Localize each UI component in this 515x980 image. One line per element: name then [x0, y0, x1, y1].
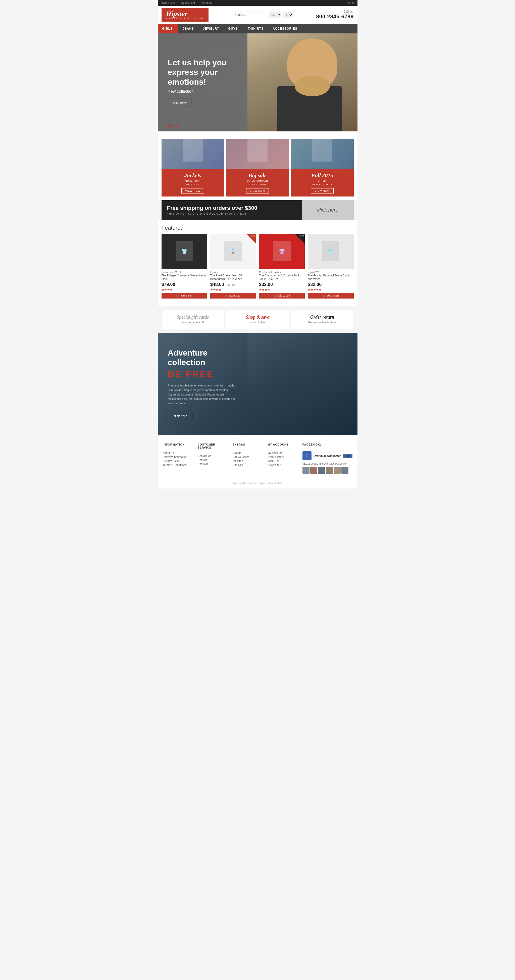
product-info-3: Crooks and Castles The Champagne & Cocai…	[259, 269, 305, 301]
footer-col-information: INFORMATION About Us Delivery Informatio…	[163, 443, 193, 474]
footer-col-myaccount: MY ACCOUNT My Account Order History Wish…	[267, 443, 297, 474]
footer-link-delivery[interactable]: Delivery Information	[163, 455, 193, 458]
top-bar: Wish List 0 | My Account | Checkout 🛒 0	[158, 0, 358, 6]
nav-item-tshirts[interactable]: T-SHIRTS	[243, 24, 268, 33]
info-card-return: Order return Returns within 14 days	[291, 309, 354, 329]
wishlist-link[interactable]: Wish List 0	[162, 2, 175, 5]
product-name-3: The Champagne & Cocaine Tank Top in True…	[259, 274, 305, 281]
phone-number: 800-2345-6789	[316, 13, 353, 20]
facebook-page-name: EveryplaceAMonster	[313, 454, 341, 457]
logo-title: Hipster	[166, 10, 204, 18]
facebook-avatar-2	[310, 467, 317, 474]
add-to-cart-button-2[interactable]: 🛒 add to cart	[210, 293, 256, 299]
header-phone: Call us: 800-2345-6789	[316, 10, 353, 20]
footer-link-terms[interactable]: Terms & Conditions	[163, 463, 193, 466]
add-to-cart-button-4[interactable]: 🛒 add to cart	[308, 293, 353, 299]
product-info-1: Crooks and Castles The Pillager Crewneck…	[162, 269, 207, 301]
product-price-2: $48.00	[210, 282, 224, 287]
footer-link-wishlist[interactable]: Wish List	[267, 459, 297, 462]
footer-link-about[interactable]: About Us	[163, 451, 193, 454]
product-image-2: sale 👔	[210, 234, 256, 269]
info-card-shop: Shop & save on all clothes	[226, 309, 289, 329]
product-stars-1: ★★★★	[162, 288, 207, 291]
adventure-be-free: BE FREE	[168, 369, 253, 380]
adventure-body: Praesent vestibulum aenean nonummy endre…	[168, 383, 238, 406]
product-image-3: new 👚	[259, 234, 305, 269]
shipping-banner-right[interactable]: click here	[302, 200, 354, 220]
footer-link-sitemap[interactable]: Site Map	[198, 462, 227, 465]
nav-item-jewelry[interactable]: JEWELRY	[199, 24, 224, 33]
facebook-avatar-6	[342, 467, 348, 474]
info-card-gift-title: Special gift cards	[165, 315, 220, 320]
my-account-link[interactable]: My Account	[181, 2, 195, 5]
shipping-cta-button[interactable]: click here	[317, 207, 338, 213]
product-stars-4: ★★★★★	[308, 288, 353, 291]
footer-link-returns[interactable]: Returns	[198, 458, 227, 461]
product-price-1: $79.00	[162, 282, 207, 287]
product-stars-2: ★★★★	[210, 288, 256, 291]
dot-3[interactable]	[176, 124, 178, 127]
footer-columns: INFORMATION About Us Delivery Informatio…	[163, 443, 353, 474]
add-to-cart-button-3[interactable]: 🛒 add to cart	[259, 293, 305, 299]
facebook-like-button[interactable]: Like	[343, 454, 353, 458]
footer-col-extras: EXTRAS Brands Gift Vouchers Affiliates S…	[233, 443, 262, 474]
search-input[interactable]	[232, 11, 267, 18]
nav-item-accessories[interactable]: ACCESSORIES	[268, 24, 302, 33]
hero-cta-button[interactable]: click here	[168, 99, 192, 107]
info-card-gift-sub: give the perfect gift	[165, 321, 220, 324]
promo-cards-section: Jackets MORE THAN 100 ITEMS VIEW NOW Big…	[158, 131, 358, 200]
dot-1[interactable]	[168, 124, 170, 127]
footer-link-privacy[interactable]: Privacy Policy	[163, 459, 193, 462]
promo-jackets-view-button[interactable]: VIEW NOW	[181, 188, 204, 194]
nav-item-girls[interactable]: GIRLS'	[158, 24, 178, 33]
cart-btn-icon-1: 🛒	[176, 294, 179, 297]
add-to-cart-button-1[interactable]: 🛒 add to cart	[162, 293, 207, 299]
footer-link-myaccount[interactable]: My Account	[267, 451, 297, 454]
adventure-cta-button[interactable]: click here	[168, 412, 193, 420]
facebook-count: 43,212 people like EveryplaceAMonster.	[302, 462, 353, 465]
promo-bigsale-view-button[interactable]: VIEW NOW	[246, 188, 269, 194]
sep2: |	[197, 2, 198, 5]
promo-fall2015-view-button[interactable]: VIEW NOW	[311, 188, 334, 194]
currency-select[interactable]: $	[283, 11, 293, 18]
promo-jackets-sub1: MORE THAN	[165, 180, 221, 182]
product-name-1: The Pillager Crewneck Sweatshirt in Blac…	[162, 274, 207, 281]
sep1: |	[177, 2, 178, 5]
footer-link-gift-vouchers[interactable]: Gift Vouchers	[233, 455, 262, 458]
nav-item-guys[interactable]: GUYS'	[224, 24, 243, 33]
footer-link-brands[interactable]: Brands	[233, 451, 262, 454]
product-price-3: $32.00	[259, 282, 305, 287]
info-card-shop-title: Shop & save	[230, 315, 285, 320]
footer-link-contact[interactable]: Contact Us	[198, 454, 227, 457]
dot-2[interactable]	[172, 124, 174, 127]
featured-section-title: Featured	[158, 220, 358, 234]
main-nav: GIRLS' JEANS JEWELRY GUYS' T-SHIRTS ACCE…	[158, 24, 358, 33]
cart-btn-icon-3: 🛒	[274, 294, 277, 297]
facebook-avatar-3	[318, 467, 325, 474]
footer-link-specials[interactable]: Specials	[233, 463, 262, 466]
product-price-old-2: $52.00	[226, 283, 236, 287]
info-card-return-title: Order return	[295, 315, 350, 320]
footer-link-newsletter[interactable]: Newsletter	[267, 463, 297, 466]
product-card-1: 👕 Crooks and Castles The Pillager Crewne…	[162, 234, 207, 301]
language-select[interactable]: EN	[269, 11, 281, 18]
facebook-name-row: f EveryplaceAMonster Like	[302, 451, 353, 460]
nav-item-jeans[interactable]: JEANS	[178, 24, 199, 33]
promo-fall2015-sub2: NEW ARRIVALS	[294, 183, 351, 186]
call-label: Call us:	[316, 10, 353, 13]
info-card-gift: Special gift cards give the perfect gift	[162, 309, 224, 329]
checkout-link[interactable]: Checkout	[201, 2, 212, 5]
footer: INFORMATION About Us Delivery Informatio…	[158, 435, 358, 488]
promo-bigsale-sub1: GIRLS' SUMMER	[229, 180, 286, 182]
cart-btn-icon-2: 🛒	[225, 294, 228, 297]
hero-section: Let us help you express your emotions! N…	[158, 33, 358, 131]
cart-icon[interactable]: 🛒	[347, 1, 351, 5]
product-brand-3: Crooks and Castles	[259, 271, 305, 274]
product-info-2: Elwood The Plaid Curved Hem SS Buttondow…	[210, 269, 256, 301]
promo-card-bigsale-image	[226, 139, 289, 169]
footer-link-order-history[interactable]: Order History	[267, 455, 297, 458]
logo[interactable]: Hipster ALTERNATIVE CLOTHES SHOP	[162, 8, 209, 22]
promo-jackets-title: Jackets	[165, 172, 221, 179]
footer-col-customer-title: CUSTOMER SERVICE	[198, 443, 227, 451]
footer-link-affiliates[interactable]: Affiliates	[233, 459, 262, 462]
